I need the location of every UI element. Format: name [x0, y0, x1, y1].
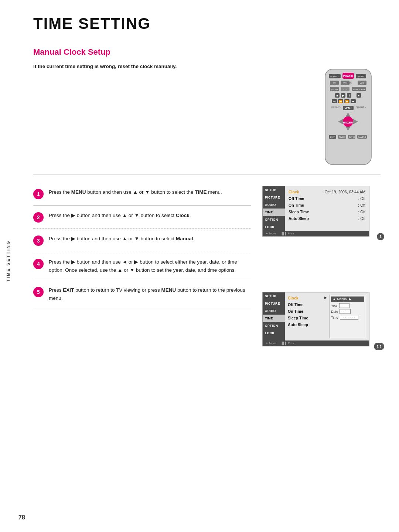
menu1-row-autosleep: Auto Sleep : Off: [289, 215, 365, 222]
menu2-left-panel: Clock ▶ Off Time On Time S: [288, 295, 327, 338]
menu2-item-setup: SETUP: [263, 292, 285, 300]
svg-text:MODE: MODE: [347, 82, 352, 84]
menu2-right-panel: ◄ Manual ▶ Year - - - - Date - - / - -: [329, 295, 366, 338]
screen-badge-23: 2 3: [374, 343, 384, 350]
step-3: 3 Press the ▶ button and then use ▲ or ▼…: [33, 229, 251, 252]
remote-control-image: TV INPUT POWER INPUT TV DVD VCR MODE AUD…: [316, 67, 381, 167]
menu2-item-option: OPTION: [263, 322, 285, 329]
svg-text:▶: ▶: [342, 94, 345, 97]
side-label: TIME SETTING: [6, 240, 10, 282]
menu2-content: Clock ▶ Off Time On Time S: [285, 292, 369, 340]
page-number: 78: [18, 514, 25, 521]
svg-text:BRIGHT -: BRIGHT -: [331, 106, 341, 108]
step-4: 4 Press the ▶ button and then use ◄ or ▶…: [33, 252, 251, 280]
svg-text:STB: STB: [343, 88, 347, 91]
top-divider: [33, 174, 381, 175]
date-value: - - / - -: [340, 309, 351, 314]
svg-text:●: ●: [358, 94, 360, 97]
step-number-2: 2: [33, 212, 44, 223]
svg-text:POWER: POWER: [343, 75, 353, 77]
svg-text:⏩: ⏩: [345, 99, 349, 103]
menu2-row-offtime: Off Time: [288, 301, 327, 308]
time-field: Time - - : - - - -: [331, 315, 364, 320]
menu1-item-picture: PICTURE: [263, 194, 285, 201]
step-4-text: Press the ▶ button and then use ◄ or ▶ b…: [49, 258, 251, 274]
menu2-item-audio: AUDIO: [263, 307, 285, 315]
menu1-row-ontime: On Time : Off: [289, 202, 365, 209]
menu2-row-sleeptime: Sleep Time: [288, 315, 327, 321]
menu1-item-audio: AUDIO: [263, 201, 285, 209]
svg-point-46: [347, 123, 349, 124]
svg-text:⏭: ⏭: [352, 100, 355, 103]
menu1-item-time: TIME: [263, 209, 285, 216]
step-2-text: Press the ▶ button and then use ▲ or ▼ b…: [49, 211, 191, 220]
menu1-footer: ✦ Move▐▌▌ Prev: [263, 231, 369, 236]
svg-text:MENU/OSD: MENU/OSD: [353, 88, 365, 91]
menu2-item-lock: LOCK: [263, 329, 285, 337]
step-number-4: 4: [33, 259, 44, 269]
intro-text: If the current time setting is wrong, re…: [33, 64, 307, 69]
step-3-text: Press the ▶ button and then use ▲ or ▼ b…: [49, 235, 194, 243]
svg-text:TIMER: TIMER: [339, 136, 345, 138]
step-2: 2 Press the ▶ button and then use ▲ or ▼…: [33, 206, 251, 229]
svg-text:VCR: VCR: [360, 82, 365, 84]
svg-text:RATIO: RATIO: [349, 136, 355, 138]
menu2-sidebar: SETUP PICTURE AUDIO TIME OPTION LOCK: [263, 292, 285, 340]
svg-text:■: ■: [337, 94, 338, 97]
manual-title: ◄ Manual ▶: [331, 297, 364, 302]
svg-text:⏸: ⏸: [348, 94, 351, 97]
step-1: 1 Press the MENU button and then use ▲ o…: [33, 182, 251, 206]
menu1-item-setup: SETUP: [263, 186, 285, 194]
menu2-row-autosleep: Auto Sleep: [288, 321, 327, 328]
page-title: TIME SETTING: [33, 15, 381, 33]
menu2-row-ontime: On Time: [288, 308, 327, 315]
svg-text:AUDIO: AUDIO: [331, 88, 338, 91]
steps-column: 1 Press the MENU button and then use ▲ o…: [33, 182, 251, 354]
menu2-item-picture: PICTURE: [263, 300, 285, 307]
step-1-text: Press the MENU button and then use ▲ or …: [49, 188, 222, 196]
section-heading: Manual Clock Setup: [33, 47, 381, 57]
step-number-5: 5: [33, 287, 44, 297]
menu-screen-2: SETUP PICTURE AUDIO TIME OPTION LOCK Clo…: [262, 292, 369, 346]
year-value: - - - -: [339, 303, 349, 308]
step-5-text: Press EXIT button to return to TV viewin…: [49, 286, 251, 302]
menu1-row-sleeptime: Sleep Time : Off: [289, 209, 365, 215]
menu1-row-clock: Clock : Oct 19, 2006, 03:44 AM: [289, 189, 365, 195]
menu1-item-option: OPTION: [263, 216, 285, 223]
svg-text:TV INPUT: TV INPUT: [330, 75, 340, 78]
svg-text:TV: TV: [333, 82, 336, 84]
svg-text:EXIT: EXIT: [330, 136, 335, 138]
svg-text:⏮: ⏮: [333, 100, 336, 103]
menu2-item-time: TIME: [263, 315, 285, 322]
menu1-row-offtime: Off Time : Off: [289, 195, 365, 202]
time-value: - - : - - - -: [340, 315, 358, 320]
screen-badge-1: 1: [377, 233, 384, 240]
svg-text:⏪: ⏪: [339, 99, 342, 103]
date-field: Date - - / - -: [331, 309, 364, 314]
svg-text:BRIGHT +: BRIGHT +: [356, 106, 366, 108]
menu1-content: Clock : Oct 19, 2006, 03:44 AM Off Time …: [285, 186, 369, 231]
menu1-sidebar: SETUP PICTURE AUDIO TIME OPTION LOCK: [263, 186, 285, 231]
menu2-footer: ✦ Move▐▌▌ Prev: [263, 340, 369, 346]
step-5: 5 Press EXIT button to return to TV view…: [33, 280, 251, 308]
svg-text:MENU: MENU: [344, 107, 351, 109]
menu-screen-1: SETUP PICTURE AUDIO TIME OPTION LOCK Clo…: [262, 186, 369, 237]
menu1-item-lock: LOCK: [263, 223, 285, 231]
svg-text:SAMPLE: SAMPLE: [358, 136, 366, 138]
step-number-1: 1: [33, 189, 44, 199]
images-column: SETUP PICTURE AUDIO TIME OPTION LOCK Clo…: [262, 182, 381, 354]
step-number-3: 3: [33, 235, 44, 246]
year-field: Year - - - -: [331, 303, 364, 308]
svg-text:INPUT: INPUT: [358, 75, 364, 78]
menu2-row-clock: Clock ▶: [288, 295, 327, 301]
